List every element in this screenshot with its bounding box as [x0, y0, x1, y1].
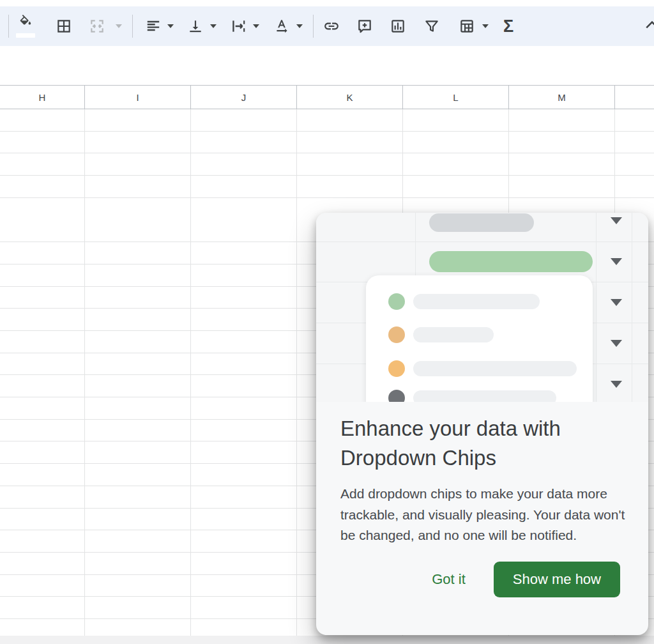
- insert-comment-button[interactable]: [354, 15, 376, 38]
- dialog-content: Enhance your data with Dropdown Chips Ad…: [316, 402, 648, 597]
- insert-chart-button[interactable]: [387, 15, 409, 38]
- chevron-up-icon: [643, 26, 654, 36]
- option-label-bar: [413, 294, 540, 309]
- horizontal-align-dropdown[interactable]: [160, 15, 181, 38]
- chevron-down-icon: [296, 24, 303, 28]
- table-icon: [459, 18, 475, 34]
- text-wrapping-dropdown[interactable]: [245, 15, 267, 38]
- illus-chip-green: [429, 251, 593, 272]
- bottom-strip: [0, 636, 654, 644]
- column-header-L[interactable]: L: [403, 86, 509, 109]
- got-it-button[interactable]: Got it: [422, 565, 476, 594]
- toolbar-divider: [132, 15, 133, 38]
- merge-cells-icon: [89, 18, 105, 34]
- chevron-down-icon: [210, 24, 217, 28]
- column-header-H[interactable]: H: [0, 86, 85, 109]
- filter-icon: [423, 18, 440, 34]
- borders-button[interactable]: [53, 15, 75, 38]
- dropdown-triangle-icon: [611, 299, 622, 306]
- text-rotation-dropdown[interactable]: [289, 15, 310, 38]
- dropdown-triangle-icon: [611, 340, 622, 347]
- column-header-I[interactable]: I: [85, 86, 191, 109]
- link-icon: [323, 18, 340, 34]
- functions-icon: Σ: [503, 18, 513, 35]
- vertical-align-icon: [187, 18, 204, 34]
- option-dot-gray: [388, 390, 405, 402]
- dialog-illustration: [316, 213, 648, 402]
- text-wrapping-icon: [230, 18, 247, 34]
- column-header-N[interactable]: [615, 86, 654, 109]
- chevron-down-icon: [167, 24, 174, 28]
- dialog-body: Add dropdown chips to make your data mor…: [340, 484, 629, 546]
- add-comment-icon: [356, 18, 373, 34]
- option-dot-orange: [388, 360, 405, 377]
- dropdown-chips-promo-dialog: Enhance your data with Dropdown Chips Ad…: [316, 213, 648, 635]
- chevron-down-icon: [116, 24, 122, 28]
- option-label-bar: [413, 390, 556, 402]
- vertical-align-dropdown[interactable]: [202, 15, 224, 38]
- text-rotation-icon: [273, 18, 290, 34]
- sheets-app: { "toolbar": { "functions_glyph": "Σ", "…: [0, 0, 654, 644]
- toolbar-divider: [313, 15, 314, 38]
- borders-icon: [56, 18, 72, 34]
- chart-icon: [390, 18, 406, 34]
- dropdown-triangle-icon: [611, 258, 622, 265]
- dialog-actions: Got it Show me how: [340, 562, 624, 597]
- insert-link-button[interactable]: [321, 15, 342, 38]
- fill-color-swatch: [16, 33, 35, 38]
- illus-dropdown-menu: [366, 275, 593, 402]
- create-filter-button[interactable]: [421, 15, 443, 38]
- chevron-down-icon: [253, 24, 259, 28]
- fill-color-button[interactable]: [16, 15, 35, 38]
- column-header-M[interactable]: M: [509, 86, 615, 109]
- column-header-row: H I J K L M: [0, 85, 654, 109]
- option-label-bar: [413, 327, 494, 342]
- table-views-dropdown[interactable]: [475, 15, 496, 38]
- column-header-K[interactable]: K: [297, 86, 403, 109]
- illus-gridline: [316, 241, 648, 242]
- toolbar-divider: [8, 15, 9, 38]
- option-dot-green: [388, 293, 405, 310]
- option-label-bar: [413, 361, 577, 376]
- dialog-title: Enhance your data with Dropdown Chips: [340, 414, 628, 473]
- merge-cells-dropdown[interactable]: [108, 15, 130, 38]
- chevron-down-icon: [482, 24, 489, 28]
- dropdown-triangle-icon: [611, 381, 622, 388]
- merge-cells-button[interactable]: [86, 15, 108, 38]
- dropdown-triangle-icon: [611, 217, 622, 224]
- collapse-toolbar-button[interactable]: [643, 15, 654, 37]
- option-dot-tan: [388, 326, 405, 343]
- column-header-J[interactable]: J: [191, 86, 297, 109]
- functions-button[interactable]: Σ: [498, 15, 519, 38]
- fill-color-icon: [19, 15, 33, 31]
- show-me-how-button[interactable]: Show me how: [494, 562, 620, 597]
- illus-chip-gray: [429, 213, 534, 232]
- toolbar: Σ: [0, 6, 654, 46]
